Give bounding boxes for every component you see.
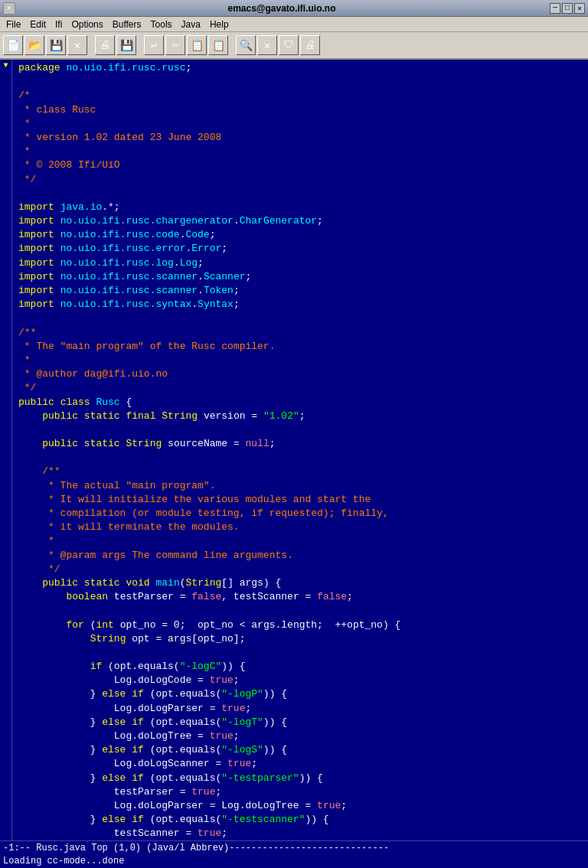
status-message: Loading cc-mode...done	[3, 856, 124, 866]
menu-options[interactable]: Options	[67, 18, 107, 31]
copy-button[interactable]: 📋	[187, 35, 207, 55]
close-icon[interactable]: ✕	[3, 2, 15, 15]
menu-ifi[interactable]: Ifi	[51, 18, 67, 31]
editor-wrapper: ▼ package no.uio.ifi.rusc.rusc; /* * cla…	[0, 60, 588, 840]
titlebar: ✕ emacs@gavato.ifi.uio.no ─ □ ✕	[0, 0, 588, 17]
menu-file[interactable]: File	[2, 18, 25, 31]
statusbar-message: Loading cc-mode...done	[0, 854, 588, 868]
menu-tools[interactable]: Tools	[146, 18, 177, 31]
shield-button[interactable]: 🛡	[279, 35, 299, 55]
gutter-arrow: ▼	[3, 61, 8, 70]
code-editor[interactable]: package no.uio.ifi.rusc.rusc; /* * class…	[12, 60, 588, 840]
menubar: File Edit Ifi Options Buffers Tools Java…	[0, 17, 588, 32]
window-title: emacs@gavato.ifi.uio.no	[15, 3, 548, 14]
undo-button[interactable]: ↩	[144, 35, 164, 55]
status-text: -1:-- Rusc.java Top (1,0) (Java/l Abbrev…	[3, 843, 389, 853]
menu-java[interactable]: Java	[177, 18, 205, 31]
print2-button[interactable]: 🖨	[300, 35, 320, 55]
close-file-button[interactable]: ✕	[67, 35, 87, 55]
menu-buffers[interactable]: Buffers	[108, 18, 146, 31]
toolbar: 📄 📂 💾 ✕ 🖨 💾 ↩ ✂ 📋 📋 🔍 ✕ 🛡 🖨	[0, 32, 588, 60]
statusbar-main: -1:-- Rusc.java Top (1,0) (Java/l Abbrev…	[0, 840, 588, 854]
left-gutter: ▼	[0, 60, 12, 840]
save-file-button[interactable]: 💾	[46, 35, 66, 55]
search-button[interactable]: 🔍	[236, 35, 256, 55]
new-file-button[interactable]: 📄	[3, 35, 23, 55]
close-button[interactable]: ✕	[574, 3, 585, 14]
minimize-button[interactable]: ─	[550, 3, 560, 14]
cut-button[interactable]: ✂	[165, 35, 185, 55]
paste-button[interactable]: 📋	[208, 35, 228, 55]
open-file-button[interactable]: 📂	[24, 35, 44, 55]
save-alt-button[interactable]: 💾	[116, 35, 136, 55]
print-button[interactable]: 🖨	[95, 35, 115, 55]
menu-edit[interactable]: Edit	[25, 18, 51, 31]
maximize-button[interactable]: □	[562, 3, 573, 14]
menu-help[interactable]: Help	[205, 18, 234, 31]
stop-button[interactable]: ✕	[257, 35, 277, 55]
